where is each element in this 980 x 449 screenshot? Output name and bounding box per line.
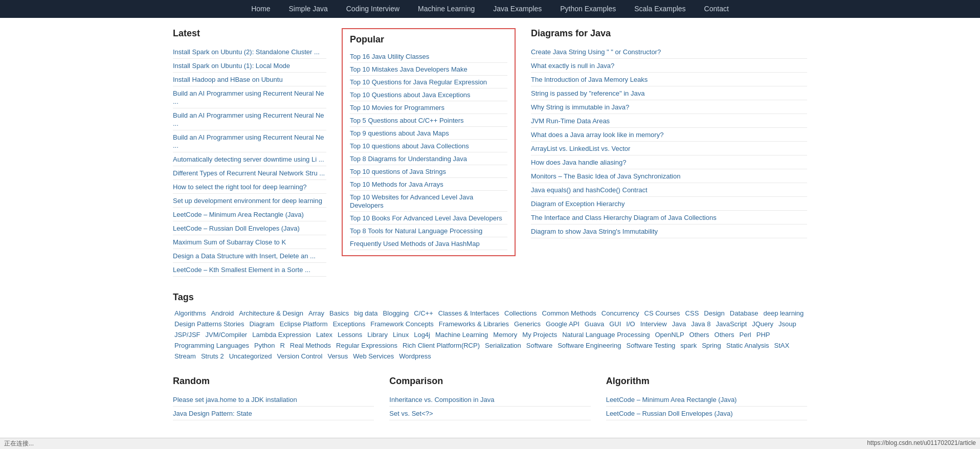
random-link[interactable]: Please set java.home to a JDK installati… [173, 396, 297, 403]
tag-item[interactable]: Common Methods [541, 309, 598, 318]
tag-item[interactable]: Lambda Expression [251, 330, 313, 339]
latest-link[interactable]: Build an AI Programmer using Recurrent N… [173, 89, 324, 105]
algorithm-link[interactable]: LeetCode – Russian Doll Envelopes (Java) [606, 410, 733, 417]
nav-item-java-examples[interactable]: Java Examples [484, 0, 551, 18]
popular-link[interactable]: Frequently Used Methods of Java HashMap [350, 240, 480, 248]
tag-item[interactable]: Natural Language Processing [561, 330, 651, 339]
latest-link[interactable]: Build an AI Programmer using Recurrent N… [173, 133, 324, 149]
tag-item[interactable]: Classes & Interfaces [437, 309, 501, 318]
tag-item[interactable]: Real Methods [288, 341, 332, 350]
diagrams-link[interactable]: ArrayList vs. LinkedList vs. Vector [531, 145, 630, 152]
tag-item[interactable]: Database [728, 309, 760, 318]
tag-item[interactable]: C/C++ [412, 309, 435, 318]
popular-link[interactable]: Top 10 Books For Advanced Level Java Dev… [350, 214, 502, 222]
tag-item[interactable]: Uncategorized [228, 352, 274, 361]
diagrams-link[interactable]: What exactly is null in Java? [531, 62, 614, 70]
tag-item[interactable]: Interview [639, 320, 669, 328]
tag-item[interactable]: Library [366, 330, 389, 339]
popular-link[interactable]: Top 8 Diagrams for Understanding Java [350, 155, 467, 163]
tag-item[interactable]: deep learning [762, 309, 805, 318]
latest-link[interactable]: Set up development environment for deep … [173, 197, 322, 205]
diagrams-link[interactable]: Diagram of Exception Hierarchy [531, 200, 625, 208]
tag-item[interactable]: CS Courses [643, 309, 682, 318]
latest-link[interactable]: Build an AI Programmer using Recurrent N… [173, 111, 324, 127]
tag-item[interactable]: Frameworks & Libraries [437, 320, 510, 328]
tag-item[interactable]: Linux [391, 330, 410, 339]
tag-item[interactable]: Others [688, 330, 711, 339]
tag-item[interactable]: Static Analysis [725, 341, 771, 350]
nav-item-python-examples[interactable]: Python Examples [551, 0, 625, 18]
tag-item[interactable]: Stream [173, 352, 197, 361]
tag-item[interactable]: Version Control [276, 352, 324, 361]
popular-link[interactable]: Top 10 Movies for Programmers [350, 104, 444, 111]
nav-item-machine-learning[interactable]: Machine Learning [409, 0, 484, 18]
tag-item[interactable]: spark [679, 341, 698, 350]
latest-link[interactable]: Different Types of Recurrent Neural Netw… [173, 169, 325, 177]
diagrams-link[interactable]: String is passed by "reference" in Java [531, 89, 644, 97]
popular-link[interactable]: Top 10 Websites for Advanced Level Java … [350, 193, 473, 209]
latest-link[interactable]: Automatically detecting server downtime … [173, 155, 324, 163]
latest-link[interactable]: Install Hadoop and HBase on Ubuntu [173, 76, 283, 83]
tag-item[interactable]: Rich Client Platform(RCP) [401, 341, 481, 350]
tag-item[interactable]: Google API [544, 320, 581, 328]
tag-item[interactable]: Blogging [382, 309, 411, 318]
tag-item[interactable]: Collections [503, 309, 539, 318]
popular-link[interactable]: Top 16 Java Utility Classes [350, 53, 429, 60]
tag-item[interactable]: JQuery [750, 320, 775, 328]
tag-item[interactable]: Struts 2 [199, 352, 226, 361]
tag-item[interactable]: Architecture & Design [237, 309, 305, 318]
tag-item[interactable]: Spring [700, 341, 723, 350]
tag-item[interactable]: Exceptions [331, 320, 367, 328]
tag-item[interactable]: Machine Learning [434, 330, 489, 339]
algorithm-link[interactable]: LeetCode – Minimum Area Rectangle (Java) [606, 396, 737, 403]
nav-item-scala-examples[interactable]: Scala Examples [625, 0, 695, 18]
nav-item-home[interactable]: Home [242, 0, 279, 18]
tag-item[interactable]: Web Services [351, 352, 395, 361]
comparison-link[interactable]: Inheritance vs. Composition in Java [389, 396, 494, 403]
tag-item[interactable]: StAX [773, 341, 791, 350]
diagrams-link[interactable]: JVM Run-Time Data Areas [531, 117, 610, 125]
tag-item[interactable]: CSS [684, 309, 701, 318]
tag-item[interactable]: PHP [755, 330, 772, 339]
diagrams-link[interactable]: What does a Java array look like in memo… [531, 131, 663, 139]
tag-item[interactable]: Jsoup [777, 320, 798, 328]
popular-link[interactable]: Top 8 Tools for Natural Language Process… [350, 227, 482, 235]
popular-link[interactable]: Top 9 questions about Java Maps [350, 129, 449, 137]
tag-item[interactable]: Framework Concepts [369, 320, 435, 328]
tag-item[interactable]: JVM/Compiler [204, 330, 249, 339]
latest-link[interactable]: Install Spark on Ubuntu (1): Local Mode [173, 62, 290, 70]
latest-link[interactable]: Maximum Sum of Subarray Close to K [173, 238, 286, 246]
diagrams-link[interactable]: Why String is immutable in Java? [531, 103, 629, 111]
tag-item[interactable]: Concurrency [600, 309, 641, 318]
popular-link[interactable]: Top 10 Mistakes Java Developers Make [350, 65, 467, 73]
tag-item[interactable]: Java 8 [689, 320, 712, 328]
tag-item[interactable]: Guava [583, 320, 606, 328]
popular-link[interactable]: Top 10 questions about Java Collections [350, 142, 469, 150]
popular-link[interactable]: Top 5 Questions about C/C++ Pointers [350, 117, 464, 124]
tag-item[interactable]: OpenNLP [653, 330, 685, 339]
tag-item[interactable]: Array [307, 309, 326, 318]
diagrams-link[interactable]: Java equals() and hashCode() Contract [531, 186, 648, 194]
tag-item[interactable]: Diagram [248, 320, 276, 328]
tag-item[interactable]: big data [352, 309, 379, 318]
tag-item[interactable]: R [278, 341, 286, 350]
tag-item[interactable]: Programming Languages [173, 341, 251, 350]
tag-item[interactable]: Memory [492, 330, 519, 339]
latest-link[interactable]: LeetCode – Kth Smallest Element in a Sor… [173, 266, 310, 274]
tag-item[interactable]: JSP/JSF [173, 330, 202, 339]
popular-link[interactable]: Top 10 Methods for Java Arrays [350, 181, 443, 188]
nav-item-contact[interactable]: Contact [695, 0, 738, 18]
tag-item[interactable]: Log4j [412, 330, 432, 339]
tag-item[interactable]: Latex [315, 330, 334, 339]
nav-item-coding-interview[interactable]: Coding Interview [337, 0, 409, 18]
tag-item[interactable]: Android [209, 309, 235, 318]
tag-item[interactable]: Eclipse Platform [278, 320, 329, 328]
tag-item[interactable]: Perl [738, 330, 753, 339]
nav-item-simple-java[interactable]: Simple Java [279, 0, 337, 18]
latest-link[interactable]: LeetCode – Minimum Area Rectangle (Java) [173, 211, 304, 218]
tag-item[interactable]: GUI [608, 320, 622, 328]
diagrams-link[interactable]: Diagram to show Java String's Immutabili… [531, 228, 658, 235]
tag-item[interactable]: Algorithms [173, 309, 207, 318]
tag-item[interactable]: Generics [513, 320, 542, 328]
tag-item[interactable]: Design [702, 309, 726, 318]
